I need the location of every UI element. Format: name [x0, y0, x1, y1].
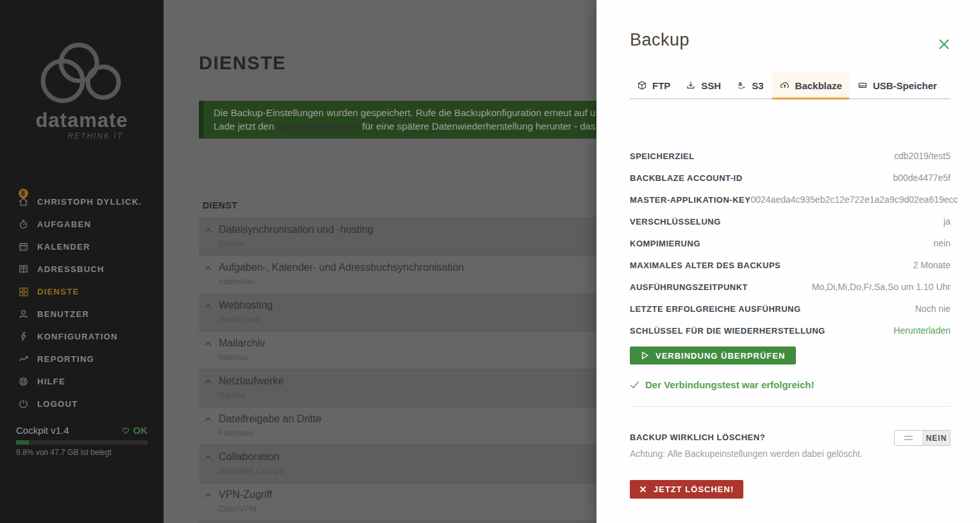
service-row-openvpn[interactable]: VPN-Zugriff OpenVPN [199, 483, 596, 521]
tab-label: SSH [701, 80, 721, 91]
sidebar-footer: Cockpit v1.4 OK 9.8% von 47.7 GB ist bel… [16, 425, 148, 436]
amazon-icon: a [736, 80, 747, 90]
cloud-upload-icon [779, 80, 790, 90]
logo-wordmark: datamate [0, 109, 164, 132]
notification-badge: 8 [19, 189, 28, 198]
sidebar-item-konfiguration[interactable]: KONFIGURATION [0, 325, 164, 348]
sidebar-item-aufgaben[interactable]: AUFGABEN [0, 213, 164, 236]
datamate-cloud-logo [36, 42, 129, 107]
delete-now-label: JETZT LÖSCHEN! [654, 484, 734, 494]
service-row-mailcow[interactable]: Mailarchiv Mailcow [199, 332, 596, 370]
field-account-id: BACKBLAZE ACCOUNT-ID b00de4477e5f [630, 167, 950, 189]
field-verschluesselung: VERSCHLÜSSELUNG ja [630, 210, 950, 232]
sidebar-item-adressbuch[interactable]: ADRESSBUCH [0, 258, 164, 280]
field-value: cdb2019/test5 [894, 151, 950, 161]
service-row-wordpress[interactable]: Webhosting WordPress [199, 294, 596, 332]
service-row-seafile[interactable]: Dateisynchronisation und -hosting Seafil… [199, 218, 596, 256]
sidebar-item-label: ADRESSBUCH [37, 264, 105, 274]
sidebar-item-label: KONFIGURATION [37, 332, 118, 341]
delete-now-button[interactable]: JETZT LÖSCHEN! [630, 480, 743, 499]
service-row-sabredav[interactable]: Aufgaben-, Kalender- und Adressbuchsynch… [199, 256, 596, 294]
page-title: DIENSTE [199, 53, 286, 74]
heart-icon [121, 425, 131, 435]
tab-ftp[interactable]: FTP [630, 73, 677, 98]
x-icon [639, 486, 646, 493]
service-title: Netzlaufwerke [219, 375, 283, 387]
close-icon[interactable] [936, 37, 952, 52]
backup-config-fields: SPEICHERZIEL cdb2019/test5 BACKBLAZE ACC… [630, 145, 950, 341]
check-connection-label: VERBINDUNG ÜBERPRÜFEN [655, 351, 785, 361]
app-screen: datamate RETHINK IT 8 CHRISTOPH DYLLICK.… [0, 0, 980, 523]
chevron-up-icon[interactable] [204, 341, 212, 347]
delete-toggle[interactable]: NEIN [894, 430, 950, 446]
tab-ssh[interactable]: SSH [679, 73, 728, 98]
svg-text:a: a [739, 80, 743, 87]
address-book-icon [17, 264, 29, 275]
sidebar-item-hilfe[interactable]: HILFE [0, 370, 164, 393]
field-kompimierung: KOMPIMIERUNG nein [630, 232, 950, 254]
sidebar-item-label: CHRISTOPH DYLLICK. [37, 197, 142, 207]
service-title: Aufgaben-, Kalender- und Adressbuchsynch… [219, 262, 464, 273]
tab-label: S3 [752, 80, 763, 91]
field-letzte-ausfuehrung: LETZTE ERFOLGREICHE AUSFÜHRUNG Noch nie [630, 298, 950, 320]
tab-s3[interactable]: a S3 [729, 73, 770, 98]
chevron-up-icon[interactable] [204, 416, 212, 422]
delete-warning-text: Achtung: Alle Backupeinstellungen werden… [630, 449, 863, 459]
field-max-alter: MAXIMALES ALTER DES BACKUPS 2 Monate [630, 254, 950, 276]
check-icon [630, 381, 639, 389]
service-title: VPN-Zugriff [219, 489, 272, 501]
service-title: Mailarchiv [219, 338, 265, 349]
chevron-up-icon[interactable] [204, 227, 212, 233]
field-value: b00de4477e5f [893, 173, 950, 183]
field-wiederherstellung: SCHLÜSSEL FÜR DIE WIEDERHERSTELLUNG Heru… [630, 320, 950, 341]
check-connection-button[interactable]: VERBINDUNG ÜBERPRÜFEN [630, 347, 796, 364]
field-label: MAXIMALES ALTER DES BACKUPS [630, 261, 781, 270]
sidebar-item-profile[interactable]: 8 CHRISTOPH DYLLICK. [0, 191, 164, 213]
service-subtitle: OpenVPN [219, 504, 257, 513]
tab-label: Backblaze [795, 80, 842, 91]
service-subtitle: Samba [219, 390, 245, 400]
sidebar-item-label: LOGOUT [37, 399, 78, 409]
sidebar-item-label: HILFE [37, 377, 65, 386]
health-status: OK [121, 425, 148, 436]
field-value: nein [934, 238, 950, 248]
sidebar-item-logout[interactable]: LOGOUT [0, 393, 164, 415]
drive-icon [858, 80, 868, 90]
chevron-up-icon[interactable] [204, 492, 212, 498]
calendar-icon [17, 241, 29, 253]
field-master-key: MASTER-APPLIKATION-KEY 0024aeda4c935eb2c… [630, 189, 950, 210]
power-icon [17, 399, 29, 410]
chevron-up-icon[interactable] [204, 379, 212, 384]
service-row-samba[interactable]: Netzlaufwerke Samba [199, 370, 596, 407]
sidebar-item-label: REPORTING [37, 354, 94, 364]
field-label: AUSFÜHRUNGSZEITPUNKT [630, 282, 748, 292]
sidebar-item-kalender[interactable]: KALENDER [0, 236, 164, 258]
drawer-title: Backup [630, 30, 689, 50]
download-key-link[interactable]: Herunterladen [893, 325, 950, 336]
field-value: ja [943, 216, 950, 227]
field-value: Mo,Di,Mi,Do,Fr,Sa,So um 1.10 Uhr [812, 282, 950, 292]
service-row-cockpit[interactable]: Collaboration datamate Cockpit [199, 445, 596, 483]
field-label: BACKBLAZE ACCOUNT-ID [630, 173, 743, 183]
download-icon [686, 80, 696, 90]
service-subtitle: datamate Cockpit [219, 466, 283, 476]
divider [630, 406, 950, 407]
sidebar-item-dienste[interactable]: DIENSTE [0, 280, 164, 303]
service-title: Dateifreigabe an Dritte [219, 413, 321, 425]
sidebar-item-reporting[interactable]: REPORTING [0, 348, 164, 370]
chevron-up-icon[interactable] [204, 454, 212, 460]
toggle-handle[interactable] [895, 431, 923, 445]
tab-usb-speicher[interactable]: USB-Speicher [850, 73, 944, 98]
chevron-up-icon[interactable] [204, 265, 212, 271]
field-label: LETZTE ERFOLGREICHE AUSFÜHRUNG [630, 304, 801, 314]
chevron-up-icon[interactable] [204, 303, 212, 309]
sidebar-item-benutzer[interactable]: BENUTZER [0, 303, 164, 325]
service-row-fileshare[interactable]: Dateifreigabe an Dritte Fileshare [199, 407, 596, 445]
banner-line2: Lade jetzt den Backup-Schlüssel für eine… [214, 119, 596, 133]
backup-key-link[interactable]: Backup-Schlüssel [276, 121, 359, 132]
tab-backblaze[interactable]: Backblaze [772, 73, 849, 98]
table-header-dienst: DIENST [199, 193, 596, 218]
field-value: 2 Monate [913, 260, 950, 270]
disk-usage-fill [16, 440, 29, 445]
health-status-text: OK [133, 425, 148, 436]
